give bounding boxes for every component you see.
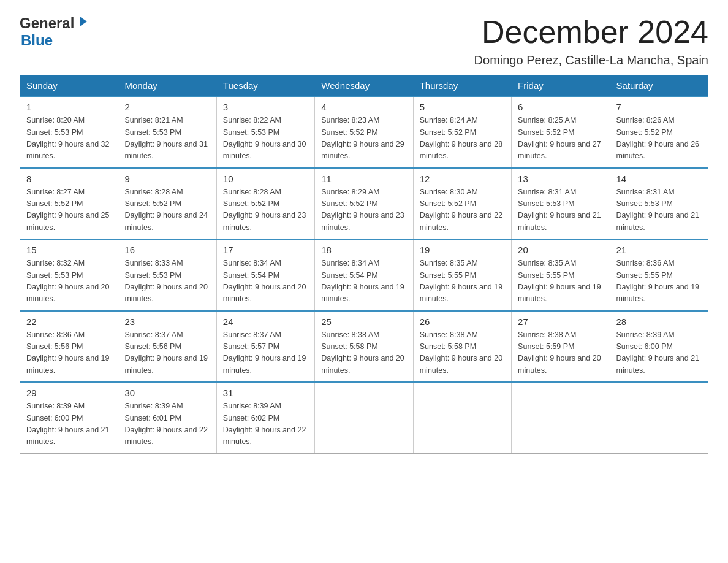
day-number: 20 xyxy=(518,245,603,255)
calendar-cell: 25 Sunrise: 8:38 AMSunset: 5:58 PMDaylig… xyxy=(315,311,413,383)
calendar-cell xyxy=(315,382,413,453)
calendar-cell: 19 Sunrise: 8:35 AMSunset: 5:55 PMDaylig… xyxy=(413,239,511,311)
day-number: 14 xyxy=(616,174,702,184)
calendar-cell: 16 Sunrise: 8:33 AMSunset: 5:53 PMDaylig… xyxy=(118,239,216,311)
calendar-week-row: 15 Sunrise: 8:32 AMSunset: 5:53 PMDaylig… xyxy=(20,239,708,311)
col-thursday: Thursday xyxy=(413,75,511,97)
day-info: Sunrise: 8:36 AMSunset: 5:56 PMDaylight:… xyxy=(26,329,112,377)
day-number: 6 xyxy=(518,102,603,112)
calendar-cell: 30 Sunrise: 8:39 AMSunset: 6:01 PMDaylig… xyxy=(118,382,216,453)
svg-marker-0 xyxy=(80,17,87,26)
day-info: Sunrise: 8:32 AMSunset: 5:53 PMDaylight:… xyxy=(26,258,112,305)
day-info: Sunrise: 8:22 AMSunset: 5:53 PMDaylight:… xyxy=(223,115,308,163)
day-number: 26 xyxy=(420,316,505,327)
day-number: 27 xyxy=(518,316,603,327)
calendar-cell: 13 Sunrise: 8:31 AMSunset: 5:53 PMDaylig… xyxy=(512,168,610,240)
day-info: Sunrise: 8:24 AMSunset: 5:52 PMDaylight:… xyxy=(420,115,505,163)
day-info: Sunrise: 8:35 AMSunset: 5:55 PMDaylight:… xyxy=(518,258,603,305)
calendar-cell: 2 Sunrise: 8:21 AMSunset: 5:53 PMDayligh… xyxy=(118,96,216,168)
calendar-cell: 3 Sunrise: 8:22 AMSunset: 5:53 PMDayligh… xyxy=(216,96,314,168)
logo-general-text: General xyxy=(20,15,74,32)
day-number: 31 xyxy=(223,388,308,398)
day-number: 18 xyxy=(321,245,406,255)
day-info: Sunrise: 8:33 AMSunset: 5:53 PMDaylight:… xyxy=(124,258,210,305)
calendar-cell: 23 Sunrise: 8:37 AMSunset: 5:56 PMDaylig… xyxy=(118,311,216,383)
calendar-cell: 12 Sunrise: 8:30 AMSunset: 5:52 PMDaylig… xyxy=(413,168,511,240)
calendar-cell: 1 Sunrise: 8:20 AMSunset: 5:53 PMDayligh… xyxy=(20,96,118,168)
day-info: Sunrise: 8:38 AMSunset: 5:58 PMDaylight:… xyxy=(420,329,505,377)
calendar-cell: 9 Sunrise: 8:28 AMSunset: 5:52 PMDayligh… xyxy=(118,168,216,240)
col-tuesday: Tuesday xyxy=(216,75,314,97)
day-number: 2 xyxy=(124,102,210,112)
day-number: 17 xyxy=(223,245,308,255)
day-number: 4 xyxy=(321,102,406,112)
calendar-table: Sunday Monday Tuesday Wednesday Thursday… xyxy=(20,75,708,454)
calendar-cell: 8 Sunrise: 8:27 AMSunset: 5:52 PMDayligh… xyxy=(20,168,118,240)
calendar-cell: 17 Sunrise: 8:34 AMSunset: 5:54 PMDaylig… xyxy=(216,239,314,311)
day-number: 19 xyxy=(420,245,505,255)
day-info: Sunrise: 8:39 AMSunset: 6:00 PMDaylight:… xyxy=(616,329,702,377)
logo-blue-text: Blue xyxy=(21,32,53,48)
calendar-cell: 5 Sunrise: 8:24 AMSunset: 5:52 PMDayligh… xyxy=(413,96,511,168)
title-block: December 2024 Domingo Perez, Castille-La… xyxy=(474,15,708,67)
calendar-cell: 11 Sunrise: 8:29 AMSunset: 5:52 PMDaylig… xyxy=(315,168,413,240)
calendar-cell: 27 Sunrise: 8:38 AMSunset: 5:59 PMDaylig… xyxy=(512,311,610,383)
day-info: Sunrise: 8:39 AMSunset: 6:00 PMDaylight:… xyxy=(26,400,112,448)
day-info: Sunrise: 8:27 AMSunset: 5:52 PMDaylight:… xyxy=(26,186,112,234)
calendar-cell: 28 Sunrise: 8:39 AMSunset: 6:00 PMDaylig… xyxy=(610,311,708,383)
day-number: 21 xyxy=(616,245,702,255)
day-number: 25 xyxy=(321,316,406,327)
calendar-cell: 7 Sunrise: 8:26 AMSunset: 5:52 PMDayligh… xyxy=(610,96,708,168)
calendar-week-row: 22 Sunrise: 8:36 AMSunset: 5:56 PMDaylig… xyxy=(20,311,708,383)
page-header: General Blue December 2024 Domingo Perez… xyxy=(20,15,708,67)
day-number: 9 xyxy=(124,174,210,184)
day-info: Sunrise: 8:39 AMSunset: 6:02 PMDaylight:… xyxy=(223,400,308,448)
day-info: Sunrise: 8:30 AMSunset: 5:52 PMDaylight:… xyxy=(420,186,505,234)
day-info: Sunrise: 8:31 AMSunset: 5:53 PMDaylight:… xyxy=(518,186,603,234)
day-info: Sunrise: 8:38 AMSunset: 5:59 PMDaylight:… xyxy=(518,329,603,377)
calendar-cell: 21 Sunrise: 8:36 AMSunset: 5:55 PMDaylig… xyxy=(610,239,708,311)
calendar-cell: 15 Sunrise: 8:32 AMSunset: 5:53 PMDaylig… xyxy=(20,239,118,311)
day-number: 29 xyxy=(26,388,112,398)
day-info: Sunrise: 8:26 AMSunset: 5:52 PMDaylight:… xyxy=(616,115,702,163)
calendar-cell xyxy=(413,382,511,453)
calendar-week-row: 8 Sunrise: 8:27 AMSunset: 5:52 PMDayligh… xyxy=(20,168,708,240)
day-info: Sunrise: 8:39 AMSunset: 6:01 PMDaylight:… xyxy=(124,400,210,448)
day-info: Sunrise: 8:23 AMSunset: 5:52 PMDaylight:… xyxy=(321,115,406,163)
day-number: 22 xyxy=(26,316,112,327)
calendar-week-row: 29 Sunrise: 8:39 AMSunset: 6:00 PMDaylig… xyxy=(20,382,708,453)
calendar-cell xyxy=(610,382,708,453)
day-info: Sunrise: 8:20 AMSunset: 5:53 PMDaylight:… xyxy=(26,115,112,163)
calendar-cell xyxy=(512,382,610,453)
day-info: Sunrise: 8:34 AMSunset: 5:54 PMDaylight:… xyxy=(223,258,308,305)
day-number: 1 xyxy=(26,102,112,112)
location-title: Domingo Perez, Castille-La Mancha, Spain xyxy=(474,53,708,67)
day-info: Sunrise: 8:37 AMSunset: 5:57 PMDaylight:… xyxy=(223,329,308,377)
calendar-header-row: Sunday Monday Tuesday Wednesday Thursday… xyxy=(20,75,708,97)
calendar-week-row: 1 Sunrise: 8:20 AMSunset: 5:53 PMDayligh… xyxy=(20,96,708,168)
day-info: Sunrise: 8:28 AMSunset: 5:52 PMDaylight:… xyxy=(223,186,308,234)
calendar-cell: 6 Sunrise: 8:25 AMSunset: 5:52 PMDayligh… xyxy=(512,96,610,168)
calendar-cell: 18 Sunrise: 8:34 AMSunset: 5:54 PMDaylig… xyxy=(315,239,413,311)
day-number: 16 xyxy=(124,245,210,255)
calendar-cell: 10 Sunrise: 8:28 AMSunset: 5:52 PMDaylig… xyxy=(216,168,314,240)
day-number: 13 xyxy=(518,174,603,184)
col-wednesday: Wednesday xyxy=(315,75,413,97)
col-friday: Friday xyxy=(512,75,610,97)
day-info: Sunrise: 8:37 AMSunset: 5:56 PMDaylight:… xyxy=(124,329,210,377)
calendar-cell: 29 Sunrise: 8:39 AMSunset: 6:00 PMDaylig… xyxy=(20,382,118,453)
calendar-cell: 24 Sunrise: 8:37 AMSunset: 5:57 PMDaylig… xyxy=(216,311,314,383)
day-info: Sunrise: 8:25 AMSunset: 5:52 PMDaylight:… xyxy=(518,115,603,163)
day-number: 8 xyxy=(26,174,112,184)
day-number: 12 xyxy=(420,174,505,184)
day-info: Sunrise: 8:29 AMSunset: 5:52 PMDaylight:… xyxy=(321,186,406,234)
logo-arrow-icon xyxy=(76,15,88,30)
logo: General Blue xyxy=(20,15,88,49)
day-number: 23 xyxy=(124,316,210,327)
calendar-cell: 4 Sunrise: 8:23 AMSunset: 5:52 PMDayligh… xyxy=(315,96,413,168)
day-info: Sunrise: 8:34 AMSunset: 5:54 PMDaylight:… xyxy=(321,258,406,305)
calendar-cell: 14 Sunrise: 8:31 AMSunset: 5:53 PMDaylig… xyxy=(610,168,708,240)
col-sunday: Sunday xyxy=(20,75,118,97)
calendar-cell: 22 Sunrise: 8:36 AMSunset: 5:56 PMDaylig… xyxy=(20,311,118,383)
day-number: 3 xyxy=(223,102,308,112)
